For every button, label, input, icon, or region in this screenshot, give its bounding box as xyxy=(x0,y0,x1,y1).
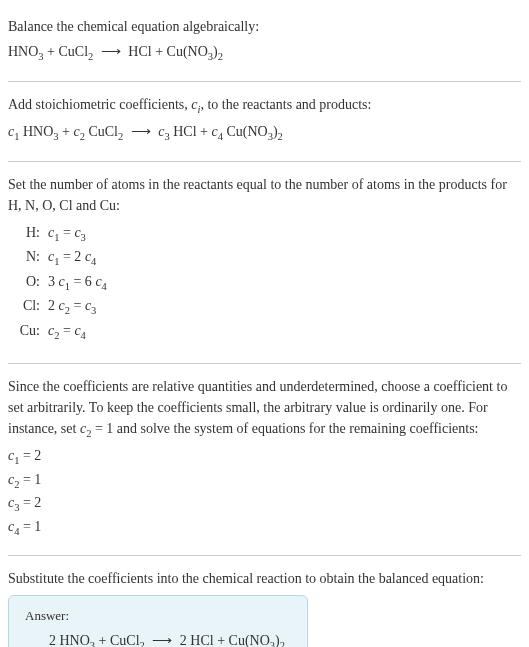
stoich-equation: c1 HNO3 + c2 CuCl2 ⟶ c3 HCl + c4 Cu(NO3)… xyxy=(8,121,521,145)
atoms-row: Cu: c2 = c4 xyxy=(16,320,521,345)
atom-eq: 2 c2 = c3 xyxy=(48,295,96,320)
divider xyxy=(8,81,521,82)
answer-equation: 2 HNO3 + CuCl2 ⟶ 2 HCl + Cu(NO3)2 xyxy=(25,630,291,647)
atoms-section: Set the number of atoms in the reactants… xyxy=(8,166,521,359)
stoich-section: Add stoichiometric coefficients, ci, to … xyxy=(8,86,521,157)
intro-text: Balance the chemical equation algebraica… xyxy=(8,16,521,37)
atoms-row: O: 3 c1 = 6 c4 xyxy=(16,271,521,296)
arbitrary-section: Since the coefficients are relative quan… xyxy=(8,368,521,552)
answer-label: Answer: xyxy=(25,606,291,626)
coeff-line: c3 = 2 xyxy=(8,492,521,516)
atoms-row: Cl: 2 c2 = c3 xyxy=(16,295,521,320)
atom-eq: c1 = c3 xyxy=(48,222,86,247)
answer-box: Answer: 2 HNO3 + CuCl2 ⟶ 2 HCl + Cu(NO3)… xyxy=(8,595,308,647)
intro-section: Balance the chemical equation algebraica… xyxy=(8,8,521,77)
substitute-section: Substitute the coefficients into the che… xyxy=(8,560,521,647)
coeff-line: c1 = 2 xyxy=(8,445,521,469)
arbitrary-text: Since the coefficients are relative quan… xyxy=(8,376,521,442)
divider xyxy=(8,363,521,364)
atom-eq: c2 = c4 xyxy=(48,320,86,345)
coeff-line: c4 = 1 xyxy=(8,516,521,540)
atom-label: Cu: xyxy=(16,320,48,342)
atom-label: N: xyxy=(16,246,48,268)
atoms-intro: Set the number of atoms in the reactants… xyxy=(8,174,521,216)
atoms-row: N: c1 = 2 c4 xyxy=(16,246,521,271)
atoms-row: H: c1 = c3 xyxy=(16,222,521,247)
atom-label: O: xyxy=(16,271,48,293)
atom-eq: c1 = 2 c4 xyxy=(48,246,96,271)
atoms-table: H: c1 = c3 N: c1 = 2 c4 O: 3 c1 = 6 c4 C… xyxy=(16,222,521,345)
atom-label: H: xyxy=(16,222,48,244)
stoich-text: Add stoichiometric coefficients, ci, to … xyxy=(8,94,521,118)
atom-eq: 3 c1 = 6 c4 xyxy=(48,271,107,296)
atom-label: Cl: xyxy=(16,295,48,317)
divider xyxy=(8,555,521,556)
coeffs-list: c1 = 2 c2 = 1 c3 = 2 c4 = 1 xyxy=(8,445,521,539)
coeff-line: c2 = 1 xyxy=(8,469,521,493)
substitute-text: Substitute the coefficients into the che… xyxy=(8,568,521,589)
divider xyxy=(8,161,521,162)
intro-equation: HNO3 + CuCl2 ⟶ HCl + Cu(NO3)2 xyxy=(8,41,521,65)
